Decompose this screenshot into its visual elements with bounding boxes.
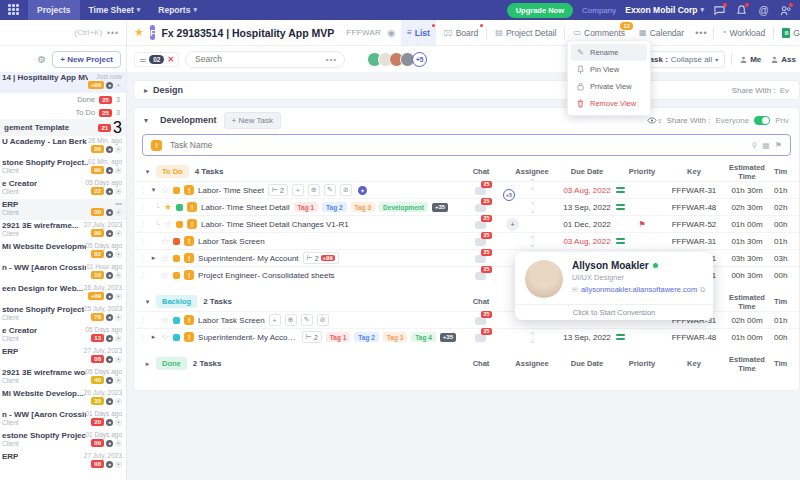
cell-priority[interactable]: ⚑	[616, 220, 668, 229]
mentions-icon[interactable]: @	[757, 4, 770, 17]
sidebar-search-row[interactable]: (Ctrl+K) •••	[0, 20, 126, 46]
tab-google-sheet[interactable]: ≣Google Sheet2▾	[776, 20, 800, 46]
nav-projects[interactable]: Projects	[28, 0, 80, 20]
flag-icon[interactable]: ⚑	[775, 141, 782, 150]
sidebar-project-item[interactable]: estone Shopify Project...Client01 Days a…	[0, 430, 126, 451]
column-header-due[interactable]: Due Date	[558, 359, 616, 368]
sidebar-project-item[interactable]: Mi Website Development05 Days ago02●•	[0, 241, 126, 262]
drag-handle-icon[interactable]: ⋮	[140, 333, 146, 341]
drag-handle-icon[interactable]: ⋮	[140, 237, 146, 245]
cell-due-date[interactable]: 03 Aug, 2022	[558, 186, 616, 195]
tag-chip[interactable]: Tag 4	[411, 332, 436, 342]
menu-item-rename[interactable]: ✎Rename	[571, 44, 647, 61]
new-task-button[interactable]: + New Task	[224, 112, 281, 129]
star-icon[interactable]: ☆	[161, 315, 169, 325]
column-header-chat[interactable]: Chat	[456, 359, 506, 368]
search-input[interactable]	[193, 53, 326, 65]
cell-due-date[interactable]: 13 Sep, 2022	[558, 333, 616, 342]
tag-chip[interactable]: Tag 3	[383, 332, 408, 342]
column-header-est[interactable]: Estimated Time	[720, 163, 774, 181]
group-status-chip[interactable]: Backlog	[156, 295, 197, 308]
new-task-row[interactable]: ! ⚲ ▦ ⚑	[142, 134, 791, 156]
drag-handle-icon[interactable]: ⋮	[140, 254, 146, 262]
link-icon[interactable]: ⊕	[285, 314, 297, 326]
star-icon[interactable]: ★	[164, 202, 172, 212]
sidebar-project-item[interactable]: stone Shopify Project...Client01 Min. ag…	[0, 157, 126, 178]
gear-icon[interactable]: ⚙	[37, 54, 46, 65]
sidebar-project-item[interactable]: Mi Website Develop...20 July, 202335●•	[0, 388, 126, 409]
caret-right-icon[interactable]: ▸	[144, 86, 148, 95]
sidebar-project-item[interactable]: ERP27 July, 202308●•	[0, 451, 126, 472]
sidebar-project-item[interactable]: 2921 3E wireframe workClient05 Days ago4…	[0, 367, 126, 388]
cell-chat[interactable]: 25	[456, 314, 506, 327]
cell-due-date[interactable]: 03 Aug, 2022	[558, 237, 616, 246]
tag-chip[interactable]: Tag 2	[322, 202, 347, 212]
sidebar-project-item[interactable]: U Academy - Lan Berk26 Min. ago26●•	[0, 136, 126, 157]
tag-chip[interactable]: Development	[379, 202, 428, 212]
star-icon[interactable]: ☆	[164, 219, 172, 229]
column-header-time[interactable]: Tim	[774, 297, 799, 306]
bell-icon[interactable]	[735, 4, 748, 17]
sidebar-project-item[interactable]: een Design for Web...26 July, 2023+99●•	[0, 283, 126, 304]
chat-bubble-icon[interactable]: 25	[475, 218, 488, 229]
cell-assignee[interactable]	[506, 333, 558, 342]
chat-bubble-icon[interactable]: 25	[475, 184, 488, 195]
caret-icon[interactable]: ▸	[150, 254, 157, 262]
task-row[interactable]: ⋮└★!Labor- Time Sheet DetailTag 1Tag 2Ta…	[134, 198, 799, 215]
cell-assignee[interactable]	[506, 237, 558, 246]
sidebar-project-item[interactable]: 14 | Hospitality App MVPJust now+99●•	[0, 72, 126, 93]
cell-chat[interactable]: 25	[456, 184, 506, 197]
star-icon[interactable]: ☆	[161, 332, 169, 342]
cell-chat[interactable]: 25	[456, 235, 506, 248]
drag-handle-icon[interactable]: ⋮	[140, 186, 146, 194]
edit-icon[interactable]: ✎	[324, 184, 336, 196]
sidebar-project-item[interactable]: n - WW [Aaron Crossin]Client01 Days ago2…	[0, 409, 126, 430]
chat-bubble-icon[interactable]: 25	[475, 331, 488, 342]
avatar-more-badge[interactable]: +5	[503, 189, 515, 201]
cell-chat[interactable]: 25	[456, 201, 506, 214]
cell-chat[interactable]: 25	[456, 252, 506, 265]
add-icon[interactable]: +	[292, 184, 304, 196]
menu-item-private-view[interactable]: Private View	[571, 78, 647, 95]
subtask-count-badge[interactable]: ⊢2+99	[303, 252, 339, 264]
group-status-chip[interactable]: Done	[156, 357, 187, 370]
tag-icon[interactable]: ⊘	[317, 314, 329, 326]
company-selector[interactable]: Exxon Mobil Corp▾	[625, 5, 704, 15]
nav-timesheet[interactable]: Time Sheet▾	[80, 0, 150, 20]
subtask-count-badge[interactable]: ⊢2	[268, 184, 288, 196]
cell-assignee[interactable]: +	[506, 218, 558, 231]
column-header-chat[interactable]: Chat	[456, 297, 506, 306]
task-name-input[interactable]	[168, 139, 745, 151]
column-header-chat[interactable]: Chat	[456, 167, 506, 176]
edit-icon[interactable]: ✎	[301, 314, 313, 326]
view-options-more-icon[interactable]: •••	[692, 28, 710, 38]
menu-item-remove-view[interactable]: Remove View	[571, 95, 647, 112]
column-header-time[interactable]: Tim	[774, 167, 799, 176]
add-icon[interactable]: +	[269, 314, 281, 326]
column-header-priority[interactable]: Priority	[616, 167, 668, 176]
cell-chat[interactable]: 25	[456, 218, 506, 231]
star-icon[interactable]: ☆	[161, 236, 169, 246]
chat-icon[interactable]	[713, 4, 726, 17]
caret-icon[interactable]: ▾	[144, 168, 151, 176]
sidebar-project-item[interactable]: n - WW [Aaron Crossin]01 Hour ago10●•	[0, 262, 126, 283]
calendar-icon[interactable]: ▦	[762, 141, 770, 150]
tag-chip[interactable]: Tag 1	[326, 332, 351, 342]
favorite-star-icon[interactable]: ★	[134, 26, 144, 39]
group-status-chip[interactable]: To Do	[156, 165, 189, 178]
cell-due-date[interactable]: 13 Sep, 2022	[558, 203, 616, 212]
tag-chip[interactable]: Tag 2	[354, 332, 379, 342]
share-toggle[interactable]	[754, 116, 770, 125]
star-icon[interactable]: ☆	[161, 270, 169, 280]
apps-grid-icon[interactable]	[8, 4, 20, 16]
cell-priority[interactable]	[616, 204, 668, 210]
tag-icon[interactable]: ⊘	[340, 184, 352, 196]
sidebar-project-item[interactable]: e CreatorClient05 Days ago13●•	[0, 325, 126, 346]
more-icon[interactable]: •••	[326, 55, 337, 64]
assign-person-icon[interactable]: ⚲	[751, 141, 757, 150]
task-row[interactable]: ⋮▾☆!Labor- Time Sheet⊢2+⊕✎⊘✦25+503 Aug, …	[134, 181, 799, 198]
start-conversation-button[interactable]: Click to Start Conversion	[515, 304, 713, 320]
users-icon[interactable]	[779, 4, 792, 17]
chat-bubble-icon[interactable]: 25	[475, 314, 488, 325]
chat-bubble-icon[interactable]: 25	[475, 269, 488, 280]
